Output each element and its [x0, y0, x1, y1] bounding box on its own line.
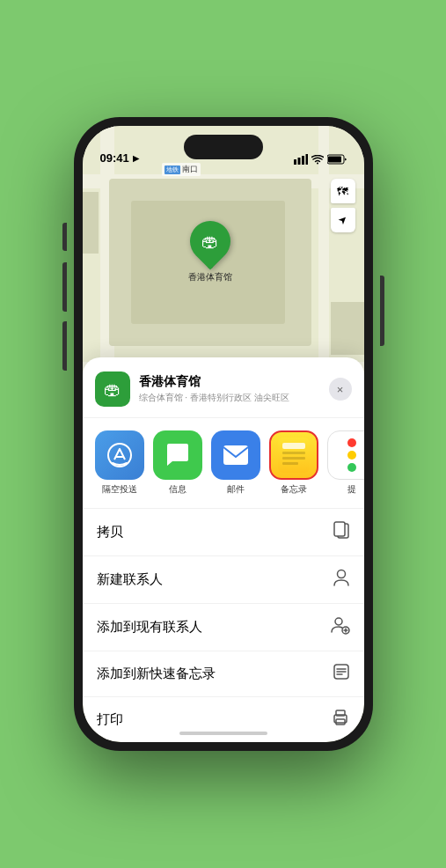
close-icon: ×: [337, 383, 344, 396]
action-row-quick-note[interactable]: 添加到新快速备忘录: [83, 651, 364, 697]
dot-red: [347, 438, 356, 447]
colored-dots: [347, 438, 356, 472]
mail-label: 邮件: [227, 484, 245, 496]
svg-rect-5: [328, 157, 341, 163]
close-button[interactable]: ×: [329, 378, 352, 401]
quick-note-label: 添加到新快速备忘录: [97, 666, 216, 682]
svg-point-6: [108, 444, 131, 467]
pin-marker: 🏟: [181, 212, 238, 269]
svg-rect-9: [334, 522, 345, 536]
svg-rect-7: [223, 445, 248, 465]
copy-icon: [333, 520, 350, 544]
copy-label: 拷贝: [97, 524, 123, 541]
message-icon: [164, 442, 192, 468]
new-contact-label: 新建联系人: [97, 571, 163, 588]
map-controls: 🗺 ➤: [331, 179, 355, 232]
action-row-copy[interactable]: 拷贝: [83, 509, 364, 556]
status-time: 09:41 ▶: [100, 151, 139, 165]
airdrop-label: 隔空投送: [102, 484, 137, 496]
location-arrow-icon: ➤: [335, 213, 350, 228]
map-venue-label: 香港体育馆: [188, 271, 232, 283]
side-btn-vol-up: [62, 262, 67, 312]
venue-info: 香港体育馆 综合体育馆 · 香港特别行政区 油尖旺区: [139, 374, 329, 404]
mail-icon: [222, 444, 250, 467]
phone-frame: 09:41 ▶: [74, 117, 373, 751]
map-small-block: [83, 192, 99, 254]
phone-screen: 09:41 ▶: [83, 126, 364, 742]
battery-icon: [327, 154, 347, 165]
map-icon: 🗺: [337, 185, 348, 198]
side-btn-silent: [62, 223, 67, 251]
notes-icon: [278, 438, 310, 473]
map-layers-button[interactable]: 🗺: [331, 179, 355, 203]
person-add-icon: [331, 615, 350, 639]
action-row-new-contact[interactable]: 新建联系人: [83, 556, 364, 604]
status-icons: [294, 154, 347, 165]
svg-rect-0: [294, 159, 296, 165]
share-item-notes[interactable]: 备忘录: [269, 430, 318, 496]
side-btn-vol-down: [62, 321, 67, 371]
action-list: 拷贝 新建联系人: [83, 508, 364, 742]
share-row: 隔空投送 信息: [83, 418, 364, 508]
airdrop-icon: [106, 442, 133, 468]
message-label: 信息: [169, 484, 186, 496]
mail-icon-wrap: [211, 430, 260, 480]
map-location-button[interactable]: ➤: [331, 208, 355, 232]
venue-pin[interactable]: 🏟 香港体育馆: [188, 221, 232, 283]
message-icon-wrap: [153, 430, 202, 480]
side-btn-power: [380, 276, 384, 346]
svg-rect-16: [336, 719, 345, 725]
svg-point-11: [335, 618, 342, 625]
airdrop-icon-wrap: [95, 430, 144, 480]
notes-icon-wrap: [269, 430, 318, 480]
share-item-message[interactable]: 信息: [153, 430, 202, 496]
print-label: 打印: [97, 711, 123, 728]
svg-point-10: [337, 570, 345, 578]
venue-title: 香港体育馆: [139, 374, 329, 390]
notes-line-2: [282, 457, 305, 460]
svg-rect-1: [297, 158, 300, 165]
venue-subtitle: 综合体育馆 · 香港特别行政区 油尖旺区: [139, 392, 329, 404]
svg-rect-2: [302, 156, 304, 165]
note-icon: [333, 663, 350, 685]
share-item-more[interactable]: 提: [327, 430, 364, 496]
dot-green: [347, 463, 356, 472]
signal-icon: [294, 154, 308, 165]
more-label: 提: [347, 484, 356, 496]
action-row-print[interactable]: 打印: [83, 697, 364, 742]
bottom-sheet: 🏟 香港体育馆 综合体育馆 · 香港特别行政区 油尖旺区 ×: [83, 357, 364, 742]
print-icon: [331, 709, 350, 731]
map-small-block-2: [331, 302, 364, 355]
home-indicator: [179, 732, 267, 735]
notes-line-3: [282, 462, 298, 465]
time-display: 09:41: [100, 151, 129, 165]
svg-rect-3: [305, 154, 308, 165]
dynamic-island: [184, 135, 263, 159]
more-icon-wrap: [327, 430, 364, 480]
add-contact-label: 添加到现有联系人: [97, 619, 202, 636]
venue-icon: 🏟: [95, 371, 130, 407]
dot-yellow: [347, 451, 356, 460]
location-icon: ▶: [133, 154, 139, 163]
stadium-icon: 🏟: [201, 232, 219, 252]
wifi-icon: [311, 155, 324, 165]
notes-header-bar: [282, 443, 305, 449]
share-item-mail[interactable]: 邮件: [211, 430, 260, 496]
notes-label: 备忘录: [281, 484, 307, 496]
action-row-add-contact[interactable]: 添加到现有联系人: [83, 604, 364, 651]
share-item-airdrop[interactable]: 隔空投送: [95, 430, 144, 496]
venue-header: 🏟 香港体育馆 综合体育馆 · 香港特别行政区 油尖旺区 ×: [83, 371, 364, 418]
notes-line-1: [282, 452, 305, 454]
person-icon: [333, 568, 350, 592]
